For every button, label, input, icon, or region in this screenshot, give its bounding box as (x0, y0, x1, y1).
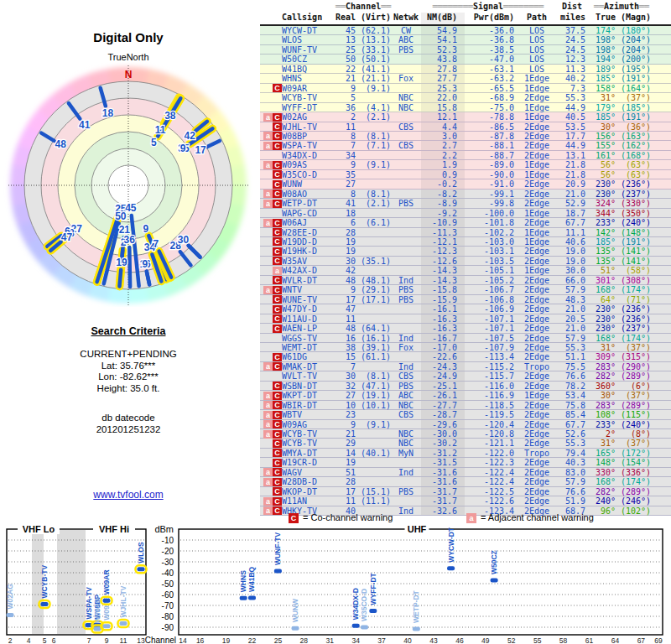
co-channel-marker-icon: C (273, 219, 282, 227)
network-cell: CBS (391, 371, 421, 380)
band-label: VHF Lo (23, 524, 55, 534)
azimuth-magnetic-cell: (141°) (616, 257, 654, 265)
y-tick-label: -40 (162, 569, 174, 578)
virtual-channel-cell: (8.1) (356, 132, 391, 140)
azimuth-true-cell: 189° (589, 65, 616, 73)
table-row: W41BQ22(41.1)27.8-63.1LOS11.3189°(195°) (260, 65, 671, 74)
callsign-cell: W06AJ (282, 218, 336, 226)
nm-db-cell: -27.7 (421, 401, 465, 409)
station-channel-label: 47 (61, 231, 73, 243)
nm-db-cell: 54.1 (421, 35, 465, 44)
signal-table: ══Channel══ ════════Signal════════ Dist … (260, 2, 671, 516)
distance-cell: 44.9 (555, 141, 589, 149)
callsign-cell: WUNW (282, 179, 336, 188)
network-cell (391, 304, 421, 313)
network-cell (391, 55, 421, 63)
callsign-cell: WVLR-DT (282, 276, 336, 284)
nm-db-cell: 52.3 (421, 45, 465, 54)
path-cell: 2Edge (518, 496, 555, 505)
nm-db-cell: -12.1 (421, 237, 465, 246)
nm-db-cell: -16.7 (421, 334, 465, 342)
warning-markers: C (260, 314, 282, 323)
co-channel-marker-icon: C (273, 142, 282, 150)
path-cell: 2Edge (518, 314, 555, 323)
table-row: aCWMAK-DT7Ind-24.3-115.2Tropo75.5283°(29… (260, 362, 671, 371)
distance-cell: 18.7 (555, 209, 589, 217)
network-cell: NBC (391, 429, 421, 438)
real-channel-cell: 45 (336, 26, 356, 34)
power-dbm-cell: -122.3 (465, 458, 518, 466)
power-dbm-cell: -115.7 (465, 371, 518, 380)
callsign-cell: W09AR (282, 84, 336, 92)
nm-db-cell: -0.2 (421, 179, 465, 188)
col-miles: miles (555, 13, 589, 24)
table-row: aCW09AG9(9.1)-29.6-120.42Edge67.7233°(24… (260, 420, 671, 429)
y-tick-label: -20 (162, 547, 174, 556)
warning-markers: C (260, 324, 282, 332)
longitude-value: Lon: -82.62*** (0, 371, 257, 383)
virtual-channel-cell: (8.1) (356, 190, 391, 198)
power-dbm-cell: -63.2 (465, 74, 518, 82)
azimuth-magnetic-cell: (204°) (616, 35, 654, 44)
nm-db-cell: 2.7 (421, 141, 465, 149)
callsign-cell: WLOS (282, 35, 336, 44)
latitude-value: Lat: 35.76*** (0, 361, 257, 372)
co-channel-marker-icon: C (273, 237, 282, 246)
station-channel-label: 30 (178, 234, 190, 246)
table-row: aCWKPT-DT27(19.1)ABC-26.1-116.91Edge53.4… (260, 391, 671, 400)
path-cell: LOS (518, 55, 555, 63)
nm-db-cell: -11.3 (421, 228, 465, 236)
real-channel-cell: 16 (336, 334, 356, 342)
real-channel-cell: 19 (336, 237, 356, 246)
real-channel-cell: 17 (336, 295, 356, 304)
azimuth-magnetic-cell: (336°) (616, 468, 654, 476)
network-cell: Ind (391, 468, 421, 476)
azimuth-magnetic-cell: (204°) (616, 45, 654, 54)
network-cell (391, 314, 421, 323)
nm-db-cell: -14.3 (421, 266, 465, 274)
adjacent-channel-marker-icon: a (263, 113, 273, 122)
table-row: W34DX-D342.2-88.72Edge13.1161°(168°) (260, 151, 671, 160)
y-tick-label: -10 (162, 536, 174, 545)
station-channel-label: 7 (153, 238, 159, 250)
virtual-channel-cell (356, 304, 391, 313)
co-channel-marker-icon: C (273, 84, 282, 92)
network-cell (391, 477, 421, 486)
distance-cell: 53.5 (555, 122, 589, 131)
distance-cell: 48.3 (555, 295, 589, 304)
y-axis-title: dBm (154, 524, 174, 534)
power-dbm-cell: -90.0 (465, 170, 518, 179)
azimuth-true-cell: 230° (589, 324, 616, 332)
power-dbm-cell: -75.0 (465, 103, 518, 112)
table-row: aCW09AS9(9.1)1.9-89.01Edge21.856°(63°) (260, 160, 671, 169)
nm-db-cell: 2.2 (421, 151, 465, 159)
warning-markers: C (260, 449, 282, 457)
path-cell: 2Edge (518, 141, 555, 149)
callsign-cell: WAPG-CD (282, 209, 336, 217)
col-netwk: Netwk (391, 13, 421, 24)
path-cell: 2Edge (518, 247, 555, 255)
power-dbm-cell: -122.0 (465, 449, 518, 457)
table-row: aCW02AG2(2.1)12.1-78.81Edge40.5185°(191°… (260, 112, 671, 122)
path-cell: 2Edge (518, 304, 555, 313)
path-cell: 1Edge (518, 74, 555, 82)
azimuth-magnetic-cell: (37°) (616, 343, 654, 351)
nm-db-cell: 3.0 (421, 132, 465, 140)
tvfool-link[interactable]: www.tvfool.com (93, 489, 163, 501)
azimuth-true-cell: 240° (589, 496, 616, 505)
co-channel-marker-icon: C (273, 257, 282, 265)
station-channel-label: 17 (195, 144, 206, 156)
real-channel-cell: 10 (336, 401, 356, 409)
table-row: CW19HK-D19-12.3-103.12Edge19.0135°(141°) (260, 247, 671, 256)
real-channel-cell: 2 (336, 112, 356, 121)
distance-cell: 40.5 (555, 112, 589, 121)
azimuth-true-cell: 158° (589, 84, 616, 92)
signal-bar (413, 627, 420, 631)
co-channel-marker-icon: C (273, 113, 282, 122)
virtual-channel-cell (356, 362, 391, 371)
distance-cell: 17.7 (555, 132, 589, 140)
nm-db-cell: -17.0 (421, 343, 465, 351)
azimuth-magnetic-cell: (289°) (616, 487, 654, 496)
real-channel-cell: 19 (336, 458, 356, 466)
polar-plot: TrueNorthN184148381154235917278647132550… (0, 47, 257, 307)
